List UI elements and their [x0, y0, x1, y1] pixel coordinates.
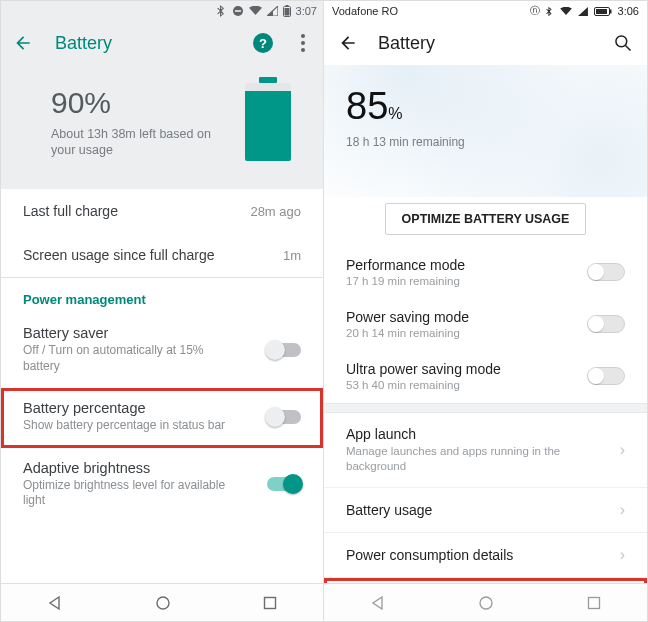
nav-home-icon[interactable] [478, 595, 494, 611]
bluetooth-icon [546, 6, 554, 17]
item-subtitle: 53 h 40 min remaining [346, 379, 587, 391]
status-time: 3:07 [296, 5, 317, 17]
bluetooth-icon [217, 5, 227, 17]
emui-battery-screen: Vodafone RO ⓝ 3:06 Battery 85% 18 h 13 m… [324, 1, 647, 621]
battery-percent: 90% [51, 86, 245, 120]
overflow-menu-icon[interactable] [293, 34, 313, 52]
search-icon[interactable] [611, 31, 635, 55]
wifi-icon [560, 7, 572, 16]
navigation-bar [1, 583, 323, 621]
power-consumption-item[interactable]: Power consumption details › [324, 533, 647, 578]
item-title: App launch [346, 426, 610, 442]
nav-home-icon[interactable] [155, 595, 171, 611]
row-value: 28m ago [250, 204, 301, 219]
battery-icon [283, 5, 291, 17]
row-value: 1m [283, 248, 301, 263]
last-full-charge-row[interactable]: Last full charge 28m ago [1, 189, 323, 233]
nfc-icon: ⓝ [530, 4, 540, 18]
item-subtitle: Off / Turn on automatically at 15% batte… [23, 343, 243, 374]
battery-saver-item[interactable]: Battery saver Off / Turn on automaticall… [1, 313, 323, 388]
adaptive-brightness-toggle[interactable] [267, 477, 301, 491]
screen-usage-row[interactable]: Screen usage since full charge 1m [1, 233, 323, 277]
nav-recents-icon[interactable] [587, 596, 601, 610]
power-saving-mode-toggle[interactable] [587, 315, 625, 333]
battery-icon [594, 7, 612, 16]
chevron-right-icon: › [620, 501, 625, 519]
battery-percent: 85% [346, 85, 403, 128]
signal-icon [578, 7, 588, 16]
back-icon[interactable] [336, 31, 360, 55]
battery-hero[interactable]: 90% About 13h 38m left based on your usa… [1, 65, 323, 189]
item-title: Adaptive brightness [23, 460, 267, 476]
nav-recents-icon[interactable] [263, 596, 277, 610]
battery-graphic-icon [245, 83, 291, 161]
performance-mode-toggle[interactable] [587, 263, 625, 281]
app-bar: Battery [324, 21, 647, 65]
status-bar: 3:07 [1, 1, 323, 21]
item-subtitle: 17 h 19 min remaining [346, 275, 587, 287]
svg-point-5 [157, 597, 169, 609]
power-management-header: Power management [1, 278, 323, 313]
battery-estimate: 18 h 13 min remaining [346, 135, 465, 149]
item-title: Battery usage [346, 502, 610, 518]
item-title: Power saving mode [346, 309, 587, 325]
chevron-right-icon: › [620, 441, 625, 459]
nav-back-icon[interactable] [370, 595, 386, 611]
item-title: Power consumption details [346, 547, 610, 563]
android-battery-screen: 3:07 Battery ? 90% About 13h 38m left ba… [1, 1, 324, 621]
wifi-icon [249, 6, 262, 16]
nav-back-icon[interactable] [47, 595, 63, 611]
battery-hero[interactable]: 85% 18 h 13 min remaining [324, 65, 647, 197]
signal-icon [267, 6, 278, 16]
svg-rect-6 [265, 597, 276, 608]
battery-percentage-item[interactable]: Battery percentage Show battery percenta… [1, 388, 323, 448]
carrier-label: Vodafone RO [332, 5, 398, 17]
svg-rect-3 [285, 5, 288, 7]
page-title: Battery [55, 33, 233, 54]
svg-rect-8 [610, 9, 612, 13]
ultra-power-saving-item[interactable]: Ultra power saving mode 53 h 40 min rema… [324, 351, 647, 403]
back-icon[interactable] [11, 31, 35, 55]
optimize-battery-button[interactable]: OPTIMIZE BATTERY USAGE [385, 203, 587, 235]
battery-estimate: About 13h 38m left based on your usage [51, 126, 231, 159]
item-subtitle: Manage launches and apps running in the … [346, 444, 610, 474]
item-subtitle: Show battery percentage in status bar [23, 418, 243, 434]
svg-rect-1 [235, 10, 241, 12]
item-title: Ultra power saving mode [346, 361, 587, 377]
row-label: Screen usage since full charge [23, 247, 214, 263]
ultra-power-saving-toggle[interactable] [587, 367, 625, 385]
row-label: Last full charge [23, 203, 118, 219]
performance-mode-item[interactable]: Performance mode 17 h 19 min remaining [324, 247, 647, 299]
item-title: Battery saver [23, 325, 267, 341]
app-bar: Battery ? [1, 21, 323, 65]
chevron-right-icon: › [620, 546, 625, 564]
help-icon[interactable]: ? [253, 33, 273, 53]
settings-list: Performance mode 17 h 19 min remaining P… [324, 247, 647, 583]
svg-rect-9 [596, 9, 607, 14]
app-launch-item[interactable]: App launch Manage launches and apps runn… [324, 413, 647, 488]
battery-percentage-toggle[interactable] [267, 410, 301, 424]
svg-rect-13 [588, 597, 599, 608]
item-subtitle: 20 h 14 min remaining [346, 327, 587, 339]
svg-point-12 [480, 597, 492, 609]
item-subtitle: Optimize brightness level for available … [23, 478, 243, 509]
svg-point-10 [616, 36, 627, 47]
adaptive-brightness-item[interactable]: Adaptive brightness Optimize brightness … [1, 448, 323, 523]
navigation-bar [324, 583, 647, 621]
item-title: Battery percentage [23, 400, 267, 416]
settings-list: Last full charge 28m ago Screen usage si… [1, 189, 323, 583]
svg-rect-4 [284, 8, 289, 16]
item-title: Performance mode [346, 257, 587, 273]
battery-saver-toggle[interactable] [267, 343, 301, 357]
power-saving-mode-item[interactable]: Power saving mode 20 h 14 min remaining [324, 299, 647, 351]
page-title: Battery [378, 33, 593, 54]
status-bar: Vodafone RO ⓝ 3:06 [324, 1, 647, 21]
dnd-icon [232, 5, 244, 17]
battery-usage-item[interactable]: Battery usage › [324, 488, 647, 533]
svg-line-11 [626, 46, 631, 51]
status-time: 3:06 [618, 5, 639, 17]
